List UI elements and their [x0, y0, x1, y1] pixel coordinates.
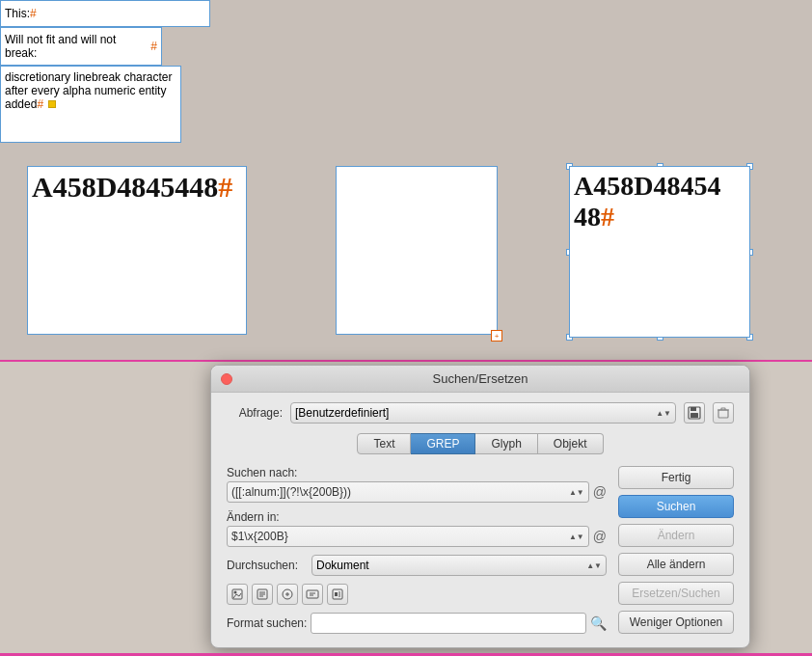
abfrage-label: Abfrage:: [227, 406, 283, 420]
box2-main: +: [336, 166, 498, 335]
durchsuchen-value: Dokument: [316, 559, 369, 572]
aendern-in-value: $1\x{200B}: [231, 530, 288, 543]
box1-main-text: A458D4845448: [32, 171, 218, 203]
box1-main: A458D4845448#: [27, 166, 247, 335]
search-tabs: Text GREP Glyph Objekt: [227, 433, 734, 454]
suchen-nach-label: Suchen nach:: [227, 466, 607, 479]
save-query-button[interactable]: [684, 402, 705, 424]
format-suchen-row: Format suchen: 🔍: [227, 613, 607, 634]
tab-object[interactable]: Objekt: [538, 433, 604, 454]
find-replace-dialog: Suchen/Ersetzen Abfrage: [Benutzerdefini…: [210, 365, 750, 648]
aendern-in-label: Ändern in:: [227, 510, 607, 524]
svg-rect-2: [690, 413, 698, 418]
svg-rect-9: [307, 590, 318, 598]
aendern-in-input[interactable]: $1\x{200B} ▲▼: [227, 526, 589, 547]
canvas-bottom-line: [0, 360, 812, 362]
abfrage-row: Abfrage: [Benutzerdefiniert] ▲▼: [227, 402, 734, 424]
dialog-title: Suchen/Ersetzen: [432, 371, 528, 386]
box3-label-text: discretionary linebreak character after …: [5, 70, 172, 111]
aendern-in-input-row: $1\x{200B} ▲▼ @: [227, 526, 607, 547]
box1-main-hash: #: [218, 171, 232, 203]
alle-aendern-button[interactable]: Alle ändern: [618, 553, 734, 576]
ersetzen-suchen-button[interactable]: Ersetzen/Suchen: [618, 582, 734, 605]
box3-main-hash: #: [601, 202, 614, 232]
box2-label: Will not fit and will not break:#: [0, 27, 162, 66]
format-icon-5[interactable]: [327, 584, 348, 605]
suchen-nach-value: ([[:alnum:]](?!\x{200B})): [231, 485, 351, 499]
abfrage-dropdown-arrow: ▲▼: [656, 409, 671, 418]
suchen-button[interactable]: Suchen: [618, 495, 734, 518]
box1-label-text: This:: [5, 7, 30, 20]
durchsuchen-row: Durchsuchen: Dokument ▲▼: [227, 555, 607, 576]
aendern-button[interactable]: Ändern: [618, 524, 734, 547]
aendern-in-arrow: ▲▼: [569, 533, 584, 541]
dialog-titlebar: Suchen/Ersetzen: [211, 366, 749, 393]
durchsuchen-select[interactable]: Dokument ▲▼: [311, 555, 607, 576]
dialog-close-button[interactable]: [221, 373, 232, 385]
format-suchen-input[interactable]: [311, 613, 586, 634]
abfrage-select-value: [Benutzerdefiniert]: [295, 406, 389, 420]
suchen-nach-arrow: ▲▼: [569, 488, 584, 497]
svg-point-6: [234, 591, 237, 594]
delete-query-button[interactable]: [713, 402, 734, 424]
tab-grep[interactable]: GREP: [411, 433, 475, 454]
aendern-in-row: Ändern in: $1\x{200B} ▲▼ @: [227, 510, 607, 547]
box3-container: A458D4845448#: [569, 166, 750, 338]
aendern-in-at-button[interactable]: @: [593, 529, 607, 544]
format-suchen-label: Format suchen:: [227, 616, 307, 630]
box3-label-hash: #: [37, 97, 43, 111]
box1-label: This:#: [0, 0, 210, 27]
svg-rect-3: [718, 410, 728, 418]
box2-label-text: Will not fit and will not break:: [5, 33, 150, 60]
durchsuchen-label: Durchsuchen:: [227, 559, 304, 572]
svg-rect-1: [690, 407, 696, 411]
weniger-optionen-button[interactable]: Weniger Optionen: [618, 611, 734, 634]
overflow-indicator: +: [491, 330, 502, 342]
box3-indicator: [48, 100, 56, 108]
suchen-nach-at-button[interactable]: @: [593, 484, 607, 500]
format-icon-4[interactable]: [302, 584, 323, 605]
fertig-button[interactable]: Fertig: [618, 466, 734, 489]
box1-label-hash: #: [30, 7, 37, 20]
dialog-body: Abfrage: [Benutzerdefiniert] ▲▼: [211, 393, 749, 647]
suchen-nach-input-row: ([[:alnum:]](?!\x{200B})) ▲▼ @: [227, 481, 607, 503]
format-suchen-icon-button[interactable]: 🔍: [590, 615, 607, 631]
format-icons-row: [227, 584, 607, 605]
box2-label-hash: #: [150, 40, 157, 53]
format-icon-3[interactable]: [277, 584, 298, 605]
format-icon-2[interactable]: [252, 584, 273, 605]
abfrage-select[interactable]: [Benutzerdefiniert] ▲▼: [290, 402, 676, 424]
tab-text[interactable]: Text: [357, 433, 411, 454]
format-icon-1[interactable]: [227, 584, 248, 605]
action-buttons: Fertig Suchen Ändern Alle ändern Ersetze…: [618, 466, 734, 634]
canvas: This:# A458D4845448# Will not fit and wi…: [0, 0, 812, 362]
form-left: Suchen nach: ([[:alnum:]](?!\x{200B})) ▲…: [227, 466, 607, 634]
box3-main: A458D4845448#: [569, 166, 750, 338]
tab-glyph[interactable]: Glyph: [475, 433, 537, 454]
form-area: Suchen nach: ([[:alnum:]](?!\x{200B})) ▲…: [227, 466, 734, 634]
suchen-nach-input[interactable]: ([[:alnum:]](?!\x{200B})) ▲▼: [227, 481, 589, 503]
suchen-nach-row: Suchen nach: ([[:alnum:]](?!\x{200B})) ▲…: [227, 466, 607, 503]
durchsuchen-arrow: ▲▼: [586, 561, 602, 570]
box3-label: discretionary linebreak character after …: [0, 66, 181, 143]
